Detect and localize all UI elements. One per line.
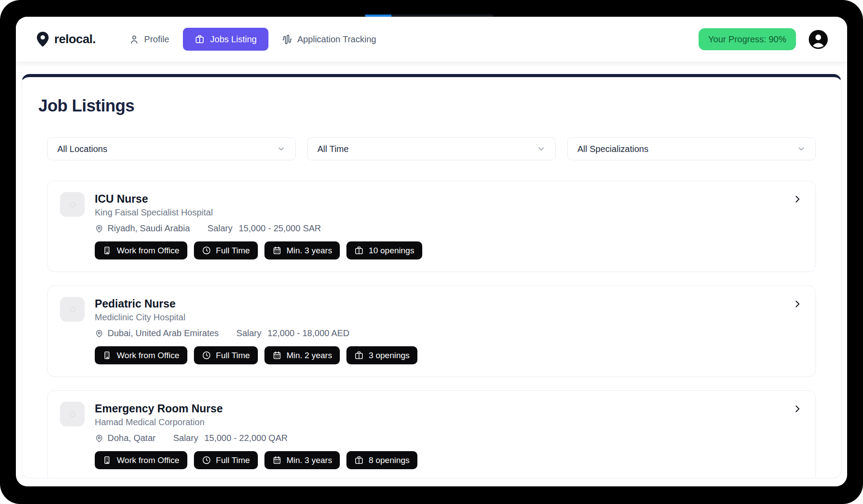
work-mode-badge: Work from Office [95, 346, 187, 364]
loading-bar [365, 15, 493, 17]
job-location: Riyadh, Saudi Arabia [108, 223, 190, 233]
nav-item-label: Jobs Listing [210, 34, 257, 44]
job-card[interactable]: ICU Nurse King Faisal Specialist Hospita… [47, 181, 816, 272]
nav-item-application-tracking[interactable]: Application Tracking [282, 34, 376, 44]
badge-label: 3 openings [368, 351, 409, 360]
clock-icon [202, 351, 211, 360]
building-icon [103, 456, 112, 465]
badge-label: Min. 3 years [286, 456, 332, 465]
salary-value: 15,000 - 25,000 SAR [239, 223, 321, 233]
briefcase-icon [195, 34, 205, 44]
badge-label: Full Time [216, 246, 250, 256]
chevron-right-icon[interactable] [792, 194, 802, 204]
building-icon [103, 351, 112, 360]
progress-badge: Your Progress: 90% [699, 28, 796, 50]
building-icon [103, 246, 112, 255]
select-value: All Locations [57, 144, 107, 154]
map-pin-icon [95, 224, 104, 233]
badge-label: Full Time [216, 456, 250, 465]
job-company: Mediclinic City Hospital [95, 312, 350, 322]
loading-bar-progress [365, 15, 391, 17]
job-badges: Work from Office Full Time Min. 3 years [95, 451, 803, 469]
chevron-down-icon [277, 145, 286, 153]
clock-icon [202, 246, 211, 255]
select-value: All Time [317, 144, 349, 154]
calendar-icon [272, 351, 282, 360]
salary-value: 15,000 - 22,000 QAR [205, 433, 288, 443]
job-location: Doha, Qatar [108, 433, 156, 443]
nav-item-jobs-listing[interactable]: Jobs Listing [183, 28, 269, 51]
job-card[interactable]: Pediatric Nurse Mediclinic City Hospital… [47, 285, 816, 377]
clock-icon [202, 456, 211, 465]
badge-label: Full Time [216, 351, 250, 360]
company-logo-placeholder [60, 192, 85, 217]
employment-type-badge: Full Time [194, 451, 258, 469]
briefcase-icon [354, 351, 364, 360]
chevron-right-icon[interactable] [792, 299, 802, 309]
specialization-filter-select[interactable]: All Specializations [567, 137, 816, 160]
calendar-icon [272, 456, 282, 465]
job-cards-list: ICU Nurse King Faisal Specialist Hospita… [47, 181, 816, 478]
company-logo-placeholder [60, 297, 85, 322]
map-pin-icon [95, 329, 104, 338]
openings-badge: 10 openings [346, 241, 422, 259]
brand-name: relocal. [54, 32, 96, 46]
company-logo-placeholder [60, 402, 85, 426]
avatar[interactable] [808, 29, 829, 50]
badge-label: Work from Office [117, 456, 179, 465]
briefcase-icon [354, 246, 364, 255]
briefcase-icon [354, 456, 364, 465]
work-mode-badge: Work from Office [95, 241, 187, 259]
top-navigation-bar: relocal. Profile Jobs Listing [16, 17, 847, 62]
employment-type-badge: Full Time [194, 346, 258, 364]
select-value: All Specializations [577, 144, 648, 154]
salary-value: 12,000 - 18,000 AED [268, 328, 350, 338]
openings-badge: 8 openings [346, 451, 417, 469]
experience-badge: Min. 3 years [264, 241, 340, 259]
job-card[interactable]: Emergency Room Nurse Hamad Medical Corpo… [47, 390, 816, 478]
salary-label: Salary [173, 433, 198, 443]
job-listings-panel: Job Listings All Locations All Time All … [22, 74, 841, 478]
waveform-icon [282, 34, 292, 44]
chevron-down-icon [797, 145, 806, 153]
filters-row: All Locations All Time All Specializatio… [47, 137, 816, 160]
employment-type-badge: Full Time [194, 241, 258, 259]
experience-badge: Min. 3 years [264, 451, 340, 469]
badge-label: 10 openings [368, 246, 414, 256]
work-mode-badge: Work from Office [95, 451, 187, 469]
brand-logo: relocal. [34, 29, 96, 50]
map-pin-logo-icon [34, 29, 51, 50]
main-nav: Profile Jobs Listing Application Trackin… [129, 28, 376, 51]
person-icon [129, 34, 139, 44]
chevron-right-icon[interactable] [792, 404, 802, 414]
job-company: Hamad Medical Corporation [95, 417, 288, 427]
job-title: Pediatric Nurse [95, 297, 350, 310]
nav-item-label: Profile [144, 34, 169, 44]
page-title: Job Listings [38, 96, 816, 115]
badge-label: Min. 2 years [286, 351, 332, 360]
openings-badge: 3 openings [346, 346, 417, 364]
job-location: Dubai, United Arab Emirates [108, 328, 219, 338]
chevron-down-icon [537, 145, 546, 153]
nav-item-profile[interactable]: Profile [129, 34, 169, 44]
salary-label: Salary [208, 223, 233, 233]
calendar-icon [272, 246, 282, 255]
experience-badge: Min. 2 years [264, 346, 340, 364]
time-filter-select[interactable]: All Time [307, 137, 556, 160]
app-window: relocal. Profile Jobs Listing [16, 17, 847, 486]
device-frame: relocal. Profile Jobs Listing [0, 0, 863, 504]
badge-label: Min. 3 years [286, 246, 332, 256]
map-pin-icon [95, 434, 104, 443]
badge-label: Work from Office [117, 351, 179, 360]
salary-label: Salary [236, 328, 261, 338]
location-filter-select[interactable]: All Locations [47, 137, 296, 160]
badge-label: 8 openings [368, 456, 409, 465]
job-badges: Work from Office Full Time Min. 3 years [95, 241, 803, 259]
job-title: ICU Nurse [95, 192, 321, 205]
nav-item-label: Application Tracking [297, 34, 376, 44]
job-badges: Work from Office Full Time Min. 2 years [95, 346, 803, 364]
job-company: King Faisal Specialist Hospital [95, 208, 321, 218]
loading-bar-track [391, 15, 493, 17]
job-title: Emergency Room Nurse [95, 402, 288, 415]
main-content: Job Listings All Locations All Time All … [16, 62, 847, 486]
